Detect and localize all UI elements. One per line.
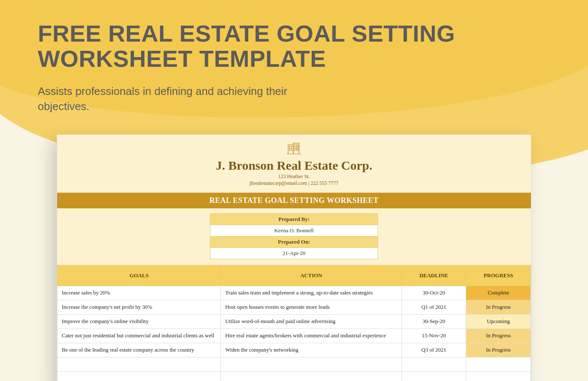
cell-deadline: Q1 of 2021 <box>402 300 466 314</box>
svg-rect-11 <box>294 146 296 147</box>
table-row: Be one of the leading real estate compan… <box>58 343 531 357</box>
svg-rect-19 <box>297 150 299 151</box>
cell-goal: Cater not just residential but commercia… <box>58 328 221 343</box>
table-row <box>58 357 531 371</box>
svg-rect-12 <box>296 146 297 147</box>
page-title: FREE REAL ESTATE GOAL SETTING WORKSHEET … <box>38 21 550 72</box>
cell-action: Host open houses events to generate more… <box>221 300 402 314</box>
cell-action: Train sales team and implement a strong,… <box>221 286 402 300</box>
svg-rect-17 <box>294 150 296 151</box>
cell-progress: Upcoming <box>466 314 531 328</box>
svg-rect-18 <box>296 150 297 151</box>
goals-table: GOALS ACTION DEADLINE PROGRESS Increase … <box>57 265 531 381</box>
cell-progress: In Progress <box>466 300 531 314</box>
cell-action: Utilize word-of-mouth and paid online ad… <box>221 314 402 328</box>
letterhead: J. Bronson Real Estate Corp. 123 Heather… <box>57 135 531 193</box>
cell-progress <box>466 357 531 371</box>
svg-rect-0 <box>288 145 293 154</box>
svg-rect-8 <box>294 145 296 146</box>
prepared-by-label: Prepared By: <box>210 214 378 225</box>
cell-deadline: 15-Nov-20 <box>402 328 466 343</box>
cell-deadline <box>402 357 466 371</box>
table-row: Improve the company's online visibilityU… <box>58 314 531 328</box>
cell-goal: Improve the company's online visibility <box>58 314 221 328</box>
prepared-on-value: 21-Apr-20 <box>210 248 378 259</box>
svg-rect-4 <box>289 148 291 149</box>
table-row <box>58 371 531 381</box>
svg-rect-15 <box>296 148 297 149</box>
svg-rect-6 <box>289 150 291 151</box>
svg-rect-16 <box>297 148 299 149</box>
worksheet-card: J. Bronson Real Estate Corp. 123 Heather… <box>57 134 531 381</box>
svg-rect-10 <box>297 145 299 146</box>
cell-action <box>221 357 402 371</box>
meta-table: Prepared By: Keena O. Bonnell Prepared O… <box>210 213 378 259</box>
cell-action <box>221 371 402 381</box>
cell-goal: Increase sales by 20% <box>58 286 221 300</box>
building-icon <box>286 142 302 156</box>
col-deadline: DEADLINE <box>402 265 466 286</box>
cell-progress: In Progress <box>466 328 531 343</box>
svg-rect-13 <box>297 146 299 147</box>
cell-progress: In Progress <box>466 343 531 357</box>
cell-deadline <box>402 371 466 381</box>
table-row: Cater not just residential but commercia… <box>58 328 531 343</box>
worksheet-title-bar: REAL ESTATE GOAL SETTING WORKSHEET <box>57 193 531 208</box>
cell-goal <box>58 357 221 371</box>
col-progress: PROGRESS <box>466 265 531 286</box>
cell-deadline: 30-Oct-20 <box>402 286 466 300</box>
svg-rect-9 <box>296 145 297 146</box>
meta-wrap: Prepared By: Keena O. Bonnell Prepared O… <box>57 208 531 265</box>
cell-action: Hire real estate agents/brokers with com… <box>221 328 402 343</box>
cell-goal <box>58 371 221 381</box>
svg-rect-3 <box>291 146 292 147</box>
col-action: ACTION <box>221 265 402 286</box>
svg-rect-20 <box>287 154 301 154</box>
svg-rect-2 <box>289 146 291 147</box>
company-name: J. Bronson Real Estate Corp. <box>66 158 522 173</box>
cell-goal: Be one of the leading real estate compan… <box>58 343 221 357</box>
svg-rect-7 <box>291 150 292 151</box>
prepared-by-value: Keena O. Bonnell <box>210 225 378 236</box>
svg-rect-5 <box>291 148 292 149</box>
table-header-row: GOALS ACTION DEADLINE PROGRESS <box>58 265 531 286</box>
worksheet-card-wrap: J. Bronson Real Estate Corp. 123 Heather… <box>57 134 531 381</box>
cell-deadline: Q3 of 2021 <box>402 343 466 357</box>
table-row: Increase sales by 20%Train sales team an… <box>58 286 531 300</box>
col-goals: GOALS <box>58 265 221 286</box>
hero-section: FREE REAL ESTATE GOAL SETTING WORKSHEET … <box>0 0 588 114</box>
company-address: 123 Heather St. <box>66 173 522 180</box>
cell-goal: Increase the company's net profit by 30% <box>58 300 221 314</box>
prepared-on-label: Prepared On: <box>210 236 378 248</box>
page-subtitle: Assists professionals in defining and ac… <box>38 84 290 114</box>
cell-progress <box>466 371 531 381</box>
cell-deadline: 30-Sep-20 <box>402 314 466 328</box>
cell-progress: Complete <box>466 286 531 300</box>
table-row: Increase the company's net profit by 30%… <box>58 300 531 314</box>
company-contact: jbrealestatecorp@email.com | 222 555 777… <box>66 180 522 187</box>
cell-action: Widen the company's networking <box>221 343 402 357</box>
svg-rect-14 <box>294 148 296 149</box>
